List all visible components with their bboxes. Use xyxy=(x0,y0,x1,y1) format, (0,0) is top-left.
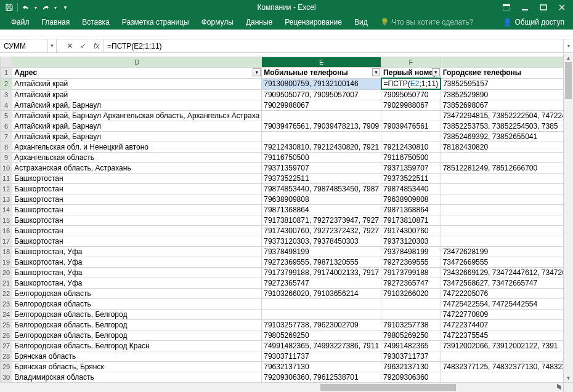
cell[interactable]: 79039476561 xyxy=(381,121,441,132)
name-box[interactable]: СУММ xyxy=(0,39,48,52)
tab-home[interactable]: Главная xyxy=(36,15,76,29)
cell[interactable]: 73432669129, 73472447612, 73472664621, 7… xyxy=(441,268,573,278)
cell[interactable]: Башкортостан xyxy=(12,215,262,226)
cell[interactable]: 79303711737 xyxy=(381,351,441,362)
cell[interactable]: Владимирская область xyxy=(12,372,262,383)
cell[interactable]: 79174300760 xyxy=(381,226,441,236)
cell[interactable]: 79103266020 xyxy=(381,289,441,299)
tab-file[interactable]: Файл xyxy=(5,15,36,29)
filter-button[interactable]: ▼ xyxy=(432,68,440,76)
cell[interactable] xyxy=(441,215,573,226)
scroll-right-button[interactable]: ▶ xyxy=(555,383,563,388)
cell[interactable]: 79871368864 xyxy=(381,205,441,215)
cell[interactable]: Алтайский край, Барнаул xyxy=(12,100,262,111)
row-header[interactable]: 28 xyxy=(1,351,12,362)
cell[interactable]: 79638909808 xyxy=(262,194,381,205)
cell[interactable]: Белгородская область xyxy=(12,289,262,299)
cell[interactable] xyxy=(262,299,381,310)
row-header[interactable]: 11 xyxy=(1,174,12,184)
tab-data[interactable]: Данные xyxy=(240,15,278,29)
name-box-dropdown[interactable]: ▼ xyxy=(48,39,57,52)
save-button[interactable] xyxy=(4,2,15,13)
cell[interactable]: 74722205076 xyxy=(441,289,573,299)
cell[interactable]: 73472628199 xyxy=(441,247,573,257)
cell[interactable] xyxy=(441,205,573,215)
cell[interactable]: 79373120303, 79378450303 xyxy=(262,236,381,247)
column-header-D[interactable]: D xyxy=(12,57,262,68)
cell[interactable]: 79272369555 xyxy=(381,257,441,268)
cell[interactable]: Белгородская область, Белгород xyxy=(12,330,262,341)
tell-me[interactable]: 💡Что вы хотите сделать? xyxy=(380,18,474,26)
vertical-scroll-thumb[interactable] xyxy=(565,62,572,99)
cell[interactable]: Алтайский край xyxy=(12,89,262,100)
cell[interactable]: Белгородская область xyxy=(12,299,262,310)
row-header[interactable]: 24 xyxy=(1,310,12,320)
cell[interactable] xyxy=(381,132,441,142)
cell[interactable]: 79272369555, 79871320555 xyxy=(262,257,381,268)
cell[interactable]: 79173799188, 79174002133, 7917 xyxy=(262,268,381,278)
tab-insert[interactable]: Вставка xyxy=(76,15,116,29)
cell[interactable]: 79632137130 xyxy=(381,362,441,372)
maximize-button[interactable] xyxy=(535,1,552,14)
cell[interactable]: 74991482365 xyxy=(381,341,441,351)
cell[interactable]: Белгородская область, Белгород xyxy=(12,310,262,320)
table-header-cell[interactable]: Адрес▼ xyxy=(12,68,262,79)
cell[interactable]: 79095050770, 79095057007 xyxy=(262,89,381,100)
table-header-cell[interactable]: Первый номер▼ xyxy=(381,68,441,79)
cell[interactable] xyxy=(262,132,381,142)
insert-function-button[interactable]: fx xyxy=(90,39,104,52)
cell[interactable] xyxy=(441,236,573,247)
cell[interactable]: 79371359707 xyxy=(262,163,381,174)
enter-formula-button[interactable]: ✓ xyxy=(76,39,90,52)
cell[interactable]: 79212430810, 79212430820, 7921 xyxy=(262,142,381,153)
cell[interactable]: 79371359707 xyxy=(381,163,441,174)
cell[interactable] xyxy=(441,194,573,205)
row-header[interactable]: 19 xyxy=(1,257,12,268)
cell[interactable]: 79212430810 xyxy=(381,142,441,153)
tab-view[interactable]: Вид xyxy=(348,15,374,29)
cell[interactable]: 79303711737 xyxy=(262,351,381,362)
row-header[interactable]: 26 xyxy=(1,330,12,341)
cell[interactable]: 79029988067 xyxy=(381,100,441,111)
cell[interactable]: 78182430820 xyxy=(441,142,573,153)
row-header[interactable]: 13 xyxy=(1,194,12,205)
row-header[interactable]: 22 xyxy=(1,289,12,299)
cell[interactable]: Башкортостан xyxy=(12,194,262,205)
cell[interactable]: Башкортостан xyxy=(12,184,262,194)
tab-review[interactable]: Рецензирование xyxy=(278,15,348,29)
cell[interactable]: 79173810871 xyxy=(381,215,441,226)
horizontal-scrollbar[interactable]: ◀ ▶ xyxy=(0,382,563,392)
row-header[interactable]: 10 xyxy=(1,163,12,174)
cell[interactable]: Архангельская обл. и Ненецкий автоно xyxy=(12,142,262,153)
cell[interactable]: 79116750500 xyxy=(381,153,441,163)
row-header[interactable]: 2 xyxy=(1,78,12,89)
horizontal-scroll-thumb[interactable] xyxy=(320,384,456,391)
cell[interactable]: Башкортостан xyxy=(12,236,262,247)
cell[interactable]: 74991482365, 74993227386, 7911 xyxy=(262,341,381,351)
cell[interactable]: 79039476561, 79039478213, 7909 xyxy=(262,121,381,132)
cell[interactable]: 73852253753, 73852254503, 7385 xyxy=(441,121,573,132)
cell[interactable]: Башкортостан, Уфа xyxy=(12,257,262,268)
row-header[interactable]: 18 xyxy=(1,247,12,257)
cell[interactable]: 79373522511 xyxy=(262,174,381,184)
cell[interactable]: 79103266020, 79103656214 xyxy=(262,289,381,299)
cell[interactable]: 79805269250 xyxy=(262,330,381,341)
row-header[interactable]: 17 xyxy=(1,236,12,247)
row-header[interactable]: 27 xyxy=(1,341,12,351)
cell[interactable]: 79173799188 xyxy=(381,268,441,278)
row-header[interactable]: 30 xyxy=(1,372,12,383)
table-header-cell[interactable]: Городские телефоны▼ xyxy=(441,68,573,79)
cell[interactable] xyxy=(381,111,441,121)
cell[interactable]: 73852698067 xyxy=(441,100,573,111)
cell[interactable]: 79874853440 xyxy=(381,184,441,194)
vertical-scrollbar[interactable]: ▲ ▼ xyxy=(563,54,573,382)
cell[interactable]: Алтайский край, Барнаул Архангельская об… xyxy=(12,111,262,121)
select-all-corner[interactable] xyxy=(1,57,12,68)
ribbon-display-options[interactable] xyxy=(498,1,515,14)
cell[interactable]: Башкортостан xyxy=(12,174,262,184)
cell[interactable]: 79378498199 xyxy=(262,247,381,257)
redo-dropdown[interactable]: ▼ xyxy=(52,2,59,13)
close-button[interactable] xyxy=(553,1,571,14)
cell[interactable]: Башкортостан xyxy=(12,226,262,236)
cell[interactable]: 74832377125, 74832377130, 74832377134 xyxy=(441,362,573,372)
